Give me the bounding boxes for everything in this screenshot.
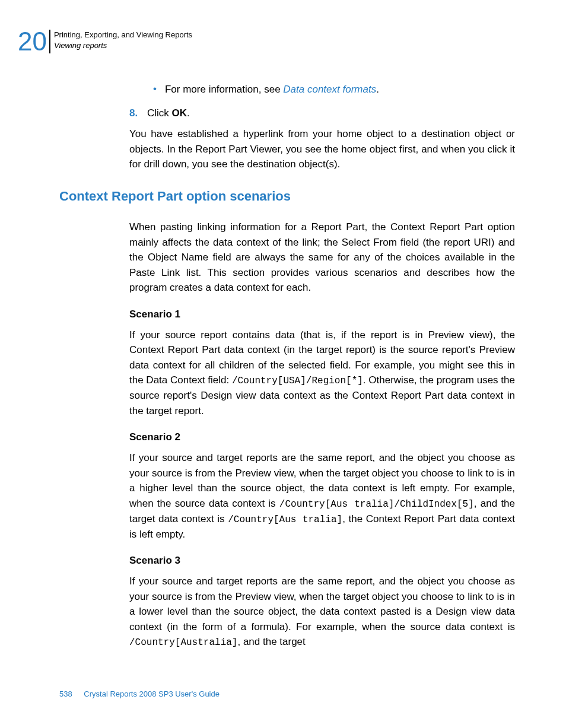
paragraph-scenario-2: If your source and target reports are th…: [129, 450, 515, 542]
content-top: • For more information, see Data context…: [129, 82, 515, 182]
step-body: Click OK.: [147, 106, 190, 121]
header-titles: Printing, Exporting, and Viewing Reports…: [54, 28, 192, 51]
heading-scenario-2: Scenario 2: [129, 431, 515, 443]
heading-scenario-3: Scenario 3: [129, 555, 515, 567]
page-footer: 538 Crystal Reports 2008 SP3 User's Guid…: [59, 689, 220, 698]
section-subtitle: Viewing reports: [54, 40, 192, 51]
section-intro: When pasting linking information for a R…: [129, 220, 515, 659]
link-data-context-formats[interactable]: Data context formats: [283, 84, 376, 95]
footer-doc-title: Crystal Reports 2008 SP3 User's Guide: [84, 689, 220, 698]
step-8: 8. Click OK.: [129, 106, 515, 121]
step-number: 8.: [129, 106, 141, 121]
info-bullet: • For more information, see Data context…: [153, 82, 515, 97]
footer-page-number: 538: [59, 689, 72, 698]
bullet-text: For more information, see Data context f…: [165, 82, 379, 97]
heading-scenario-1: Scenario 1: [129, 309, 515, 320]
s2-code-b: /Country[Aus tralia]: [228, 514, 342, 525]
bullet-icon: •: [153, 82, 157, 97]
bullet-prefix: For more information, see: [165, 84, 283, 95]
bullet-suffix: .: [376, 84, 379, 95]
s2-code-a: /Country[Aus tralia]/ChildIndex[5]: [279, 499, 474, 510]
paragraph-scenario-3: If your source and target reports are th…: [129, 574, 515, 650]
s1-code-a: /Country[USA]/Region[*]: [232, 376, 363, 386]
step-text-after: .: [187, 107, 190, 119]
s3-text-b: , and the target: [237, 636, 305, 647]
step-text-bold: OK: [172, 107, 187, 119]
s3-text-a: If your source and target reports are th…: [129, 576, 515, 632]
paragraph-hyperlink-established: You have established a hyperlink from yo…: [129, 126, 515, 172]
page-header: 20 Printing, Exporting, and Viewing Repo…: [18, 28, 192, 55]
heading-context-report-part: Context Report Part option scenarios: [59, 189, 291, 204]
s3-code-a: /Country[Australia]: [129, 637, 237, 648]
paragraph-scenario-1: If your source report contains data (tha…: [129, 328, 515, 419]
chapter-number: 20: [18, 28, 47, 55]
step-text-before: Click: [147, 107, 172, 119]
chapter-title: Printing, Exporting, and Viewing Reports: [54, 30, 192, 40]
header-divider: [49, 30, 50, 53]
paragraph-intro: When pasting linking information for a R…: [129, 220, 515, 295]
